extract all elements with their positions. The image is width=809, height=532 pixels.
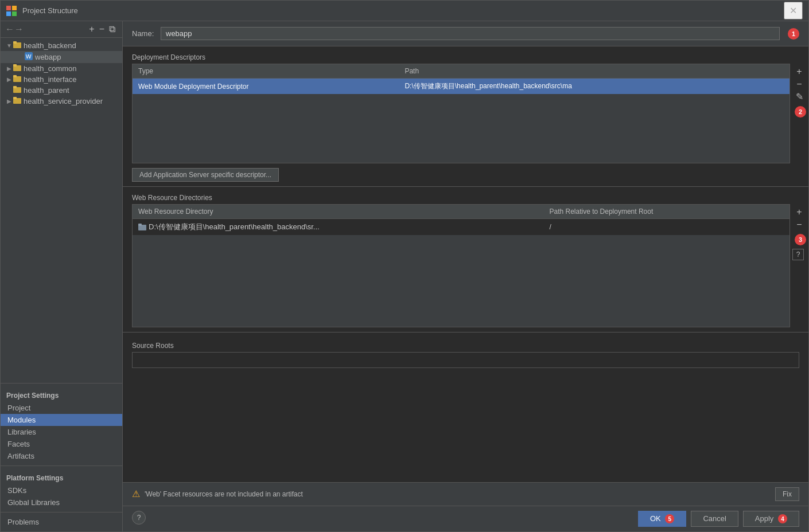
web-resource-remove-button[interactable]: −	[792, 219, 806, 230]
sidebar-label-modules: Modules	[7, 416, 36, 424]
divider-2	[123, 332, 808, 332]
deployment-descriptors-section: Deployment Descriptors Type Path	[123, 46, 808, 186]
deployment-edit-button[interactable]: ✎	[792, 91, 806, 103]
deployment-add-button[interactable]: +	[792, 66, 806, 77]
web-resource-dir-cell: D:\传智健康项目\health_parent\health_backend\s…	[133, 219, 544, 236]
sidebar-label-sdks: SDKs	[7, 486, 26, 495]
add-server-row: Add Application Server specific descript…	[123, 163, 808, 186]
main-content: ← → + − ⧉ ▼ health_backend	[1, 21, 808, 531]
tree-label-health-common: health_common	[24, 64, 77, 73]
web-resource-add-button[interactable]: +	[792, 206, 806, 218]
svg-rect-11	[13, 75, 17, 77]
web-resource-section: Web Resource Directories Web Resource Di…	[123, 191, 808, 327]
svg-rect-2	[6, 11, 11, 16]
close-button[interactable]: ✕	[784, 2, 803, 19]
name-badge: 1	[788, 28, 799, 40]
sidebar-item-artifacts[interactable]: Artifacts	[1, 450, 122, 462]
tree-arrow-health-backend[interactable]: ▼	[5, 42, 13, 49]
web-resource-row-0[interactable]: D:\传智健康项目\health_parent\health_backend\s…	[133, 219, 789, 236]
col-web-dir: Web Resource Directory	[133, 205, 544, 219]
deployment-side-buttons: + − ✎ 2	[790, 64, 808, 120]
ok-badge: 5	[665, 514, 674, 523]
add-module-button[interactable]: +	[87, 24, 96, 35]
deployment-table: Type Path Web Module Deployment Descript…	[133, 64, 789, 94]
web-resource-help-button[interactable]: ?	[792, 249, 804, 260]
tree-arrow-health-service[interactable]: ▶	[5, 98, 13, 104]
sidebar-label-artifacts: Artifacts	[7, 452, 34, 460]
cancel-button[interactable]: Cancel	[691, 511, 738, 527]
deployment-table-area: Type Path Web Module Deployment Descript…	[132, 64, 808, 163]
warning-bar: ⚠ 'Web' Facet resources are not included…	[123, 482, 808, 506]
svg-rect-9	[13, 64, 17, 66]
deployment-path-cell: D:\传智健康项目\health_parent\health_backend\s…	[399, 79, 789, 95]
fix-button[interactable]: Fix	[775, 487, 799, 501]
web-resource-table-container: Web Resource Directory Path Relative to …	[132, 204, 790, 327]
back-button[interactable]: ←	[5, 24, 14, 34]
project-settings-header: Project Settings	[1, 387, 122, 402]
sidebar-label-project: Project	[7, 404, 30, 412]
right-panel: Name: 1 Deployment Descriptors Type	[123, 21, 808, 531]
sidebar-label-facets: Facets	[7, 440, 30, 448]
dialog-buttons: ? OK 5 Cancel Apply 4	[123, 506, 808, 532]
tree-item-webapp[interactable]: w webapp	[1, 51, 122, 63]
app-icon	[6, 5, 18, 17]
deployment-row-0[interactable]: Web Module Deployment Descriptor D:\传智健康…	[133, 79, 789, 95]
web-resource-empty-area	[133, 235, 789, 327]
tree-label-health-parent: health_parent	[24, 86, 69, 95]
web-resource-title: Web Resource Directories	[123, 191, 808, 204]
sidebar-item-problems[interactable]: Problems	[1, 516, 122, 528]
web-resource-dir-label: D:\传智健康项目\health_parent\health_backend\s…	[149, 222, 320, 232]
web-resource-side-buttons: + − 3 ?	[790, 204, 808, 263]
svg-rect-15	[13, 97, 17, 99]
folder-icon-health-parent	[13, 86, 21, 95]
tree-label-webapp: webapp	[35, 53, 61, 61]
sidebar-item-facets[interactable]: Facets	[1, 438, 122, 450]
remove-module-button[interactable]: −	[97, 24, 107, 35]
source-roots-box	[132, 352, 799, 368]
folder-icon-health-interface	[13, 75, 21, 84]
svg-rect-3	[12, 11, 17, 16]
tree-item-health-common[interactable]: ▶ health_common	[1, 63, 122, 74]
web-resource-badge: 3	[795, 234, 806, 245]
svg-rect-13	[13, 86, 17, 88]
sidebar-label-global-libraries: Global Libraries	[7, 498, 60, 507]
tree-item-health-backend[interactable]: ▼ health_backend	[1, 40, 122, 51]
name-input[interactable]	[161, 27, 780, 40]
deployment-badge: 2	[795, 106, 806, 118]
apply-button[interactable]: Apply 4	[743, 511, 799, 527]
tree-arrow-health-interface[interactable]: ▶	[5, 76, 13, 83]
deployment-remove-button[interactable]: −	[792, 79, 806, 90]
tree-arrow-health-common[interactable]: ▶	[5, 65, 13, 72]
source-roots-section: Source Roots	[123, 337, 808, 373]
sidebar-item-modules[interactable]: Modules	[1, 414, 122, 426]
name-row: Name: 1	[123, 21, 808, 46]
sidebar-label-problems: Problems	[7, 518, 39, 526]
folder-icon-health-backend	[13, 41, 21, 50]
add-server-button[interactable]: Add Application Server specific descript…	[132, 168, 279, 182]
tree-label-health-backend: health_backend	[24, 41, 76, 50]
col-path: Path	[399, 64, 789, 79]
svg-text:w: w	[25, 52, 32, 60]
svg-rect-1	[12, 6, 17, 10]
tree-item-health-parent[interactable]: health_parent	[1, 85, 122, 96]
sidebar-item-sdks[interactable]: SDKs	[1, 484, 122, 496]
name-field-label: Name:	[132, 29, 155, 38]
sidebar-item-project[interactable]: Project	[1, 402, 122, 414]
help-button[interactable]: ?	[132, 511, 146, 525]
deployment-type-cell: Web Module Deployment Descriptor	[133, 79, 399, 95]
folder-icon-small	[138, 224, 146, 230]
sidebar-item-global-libraries[interactable]: Global Libraries	[1, 496, 122, 508]
tree-item-health-interface[interactable]: ▶ health_interface	[1, 74, 122, 85]
tree-label-health-service-provider: health_service_provider	[24, 97, 103, 105]
forward-button[interactable]: →	[14, 24, 24, 34]
tree-item-health-service-provider[interactable]: ▶ health_service_provider	[1, 96, 122, 107]
sidebar-item-libraries[interactable]: Libraries	[1, 426, 122, 438]
svg-rect-17	[138, 224, 142, 226]
sidebar-label-libraries: Libraries	[7, 428, 36, 436]
copy-module-button[interactable]: ⧉	[107, 24, 118, 35]
deployment-table-container: Type Path Web Module Deployment Descript…	[132, 64, 790, 163]
col-path-relative: Path Relative to Deployment Root	[544, 205, 790, 219]
module-tree: ▼ health_backend w webapp ▶	[1, 38, 122, 109]
ok-button[interactable]: OK 5	[638, 511, 686, 527]
project-structure-window: Project Structure ✕ ← → + − ⧉ ▼	[0, 0, 809, 532]
